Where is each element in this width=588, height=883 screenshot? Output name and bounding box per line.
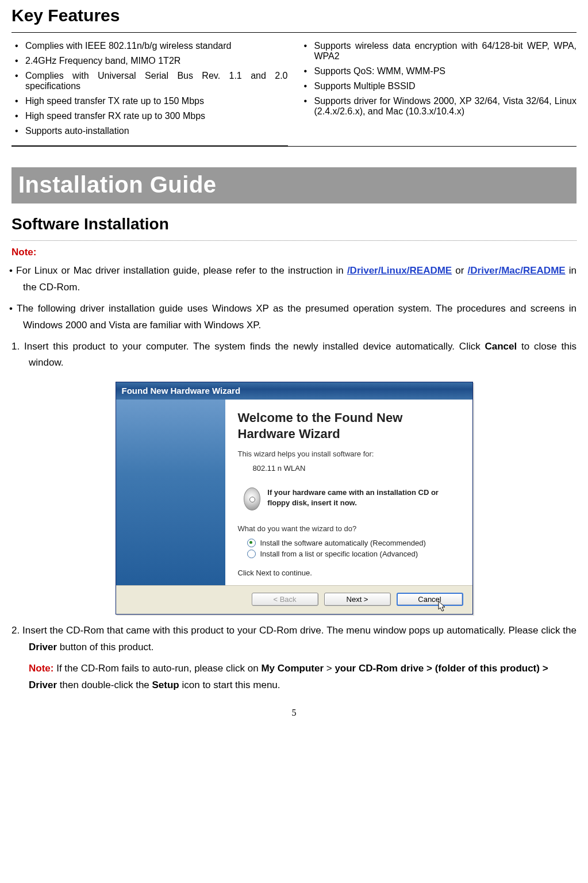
page-number: 5 [11, 708, 577, 718]
radio-label-auto: Install the software automatically (Reco… [260, 539, 426, 547]
step2-mycomputer: My Computer [261, 663, 324, 674]
next-button[interactable]: Next > [324, 593, 391, 606]
key-features-heading: Key Features [11, 6, 577, 25]
feature-item: Supports driver for Windows 2000, XP 32/… [301, 94, 577, 119]
feature-item: Supports Multiple BSSID [301, 79, 577, 94]
step2-mid: button of this product. [57, 642, 153, 652]
step1-pre: 1. Insert this product to your computer.… [11, 341, 485, 352]
step2-note-b: then double-click the [57, 679, 152, 690]
wizard-side-graphic [116, 400, 225, 585]
radio-icon-selected [247, 539, 256, 547]
features-col-left: Complies with IEEE 802.11n/b/g wireless … [11, 33, 288, 146]
cancel-button[interactable]: Cancel [397, 593, 463, 606]
note-label: Note: [11, 247, 577, 258]
feature-item: High speed transfer RX rate up to 300 Mb… [11, 109, 288, 124]
step2-note-label: Note: [29, 663, 53, 674]
feature-item: Supports wireless data encryption with 6… [301, 39, 577, 64]
features-col-right: Supports wireless data encryption with 6… [301, 33, 577, 146]
radio-icon [247, 550, 256, 558]
note1-mid: or [452, 265, 467, 276]
step2-gt1: > [324, 663, 335, 674]
radio-option-auto[interactable]: Install the software automatically (Reco… [247, 539, 460, 547]
step2-note-a: If the CD-Rom fails to auto-run, please … [53, 663, 261, 674]
step2-pre: 2. Insert the CD-Rom that came with this… [11, 625, 577, 636]
cd-icon [244, 487, 261, 510]
wizard-screenshot: Found New Hardware Wizard Welcome to the… [11, 382, 577, 615]
wizard-titlebar: Found New Hardware Wizard [116, 382, 472, 400]
step2-note-c: icon to start this menu. [179, 679, 280, 690]
found-new-hardware-wizard: Found New Hardware Wizard Welcome to the… [116, 382, 473, 615]
link-mac-readme[interactable]: /Driver/Mac/README [468, 265, 566, 276]
link-linux-readme[interactable]: /Driver/Linux/README [347, 265, 452, 276]
installation-guide-heading: Installation Guide [11, 167, 577, 204]
wizard-welcome-text: Welcome to the Found New Hardware Wizard [238, 410, 460, 442]
back-button: < Back [252, 593, 318, 606]
feature-item: Complies with IEEE 802.11n/b/g wireless … [11, 39, 288, 53]
wizard-cd-text: If your hardware came with an installati… [267, 487, 459, 508]
note-bullet-1: • For Linux or Mac driver installation g… [11, 263, 577, 296]
step1-bold-cancel: Cancel [485, 341, 517, 352]
radio-option-advanced[interactable]: Install from a list or specific location… [247, 550, 460, 558]
feature-item: Supports QoS: WMM, WMM-PS [301, 64, 577, 79]
wizard-device-name: 802.11 n WLAN [253, 464, 460, 473]
step2-setup: Setup [152, 679, 179, 690]
step2-driver-bold: Driver [29, 642, 57, 652]
feature-item: Complies with Universal Serial Bus Rev. … [11, 68, 288, 94]
feature-item: High speed transfer TX rate up to 150 Mb… [11, 94, 288, 109]
step-1: 1. Insert this product to your computer.… [11, 339, 577, 372]
software-installation-heading: Software Installation [11, 215, 577, 233]
note-bullet-2: • The following driver installation guid… [11, 301, 577, 334]
radio-label-advanced: Install from a list or specific location… [260, 550, 418, 558]
features-columns: Complies with IEEE 802.11n/b/g wireless … [11, 33, 577, 147]
wizard-question: What do you want the wizard to do? [238, 524, 460, 533]
note1-pre: • For Linux or Mac driver installation g… [9, 265, 347, 276]
step-2-note: Note: If the CD-Rom fails to auto-run, p… [11, 661, 577, 694]
feature-item: Supports auto-installation [11, 124, 288, 139]
wizard-button-row: < Back Next > Cancel [116, 585, 472, 614]
feature-item: 2.4GHz Frequency band, MIMO 1T2R [11, 53, 288, 68]
step-2: 2. Insert the CD-Rom that came with this… [11, 623, 577, 656]
wizard-continue-text: Click Next to continue. [238, 569, 460, 577]
dotted-separator [11, 240, 577, 241]
wizard-helps-text: This wizard helps you install software f… [238, 450, 460, 458]
